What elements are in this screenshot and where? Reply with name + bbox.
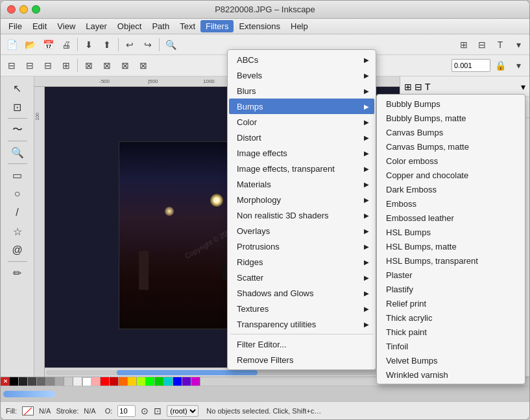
node-btn[interactable]: T xyxy=(492,37,509,52)
filter-menu-blurs[interactable]: Blurs ▶ xyxy=(229,83,374,99)
x-color-button[interactable]: ✕ xyxy=(1,377,10,386)
filter-menu-overlays[interactable]: Overlays ▶ xyxy=(229,223,374,239)
filter-menu-textures[interactable]: Textures ▶ xyxy=(229,301,374,316)
maximize-button[interactable] xyxy=(32,5,40,14)
filter-menu-scatter[interactable]: Scatter ▶ xyxy=(229,270,374,285)
pencil-tool[interactable]: ✏ xyxy=(8,264,27,282)
filter-menu-editor[interactable]: Filter Editor... xyxy=(229,336,374,352)
color-very-dark[interactable] xyxy=(19,377,28,386)
bumps-hsl-transparent[interactable]: HSL Bumps, transparent xyxy=(378,253,524,268)
bumps-plastify[interactable]: Plastify xyxy=(378,282,524,296)
bumps-embossed-leather[interactable]: Embossed leather xyxy=(378,211,524,225)
filter-menu-protrusions[interactable]: Protrusions ▶ xyxy=(229,239,374,254)
align-btn4[interactable]: ⊞ xyxy=(58,58,75,73)
align-btn1[interactable]: ⊟ xyxy=(3,58,20,73)
filter-menu-ridges[interactable]: Ridges ▶ xyxy=(229,254,374,270)
zoom-tool[interactable]: 🔍 xyxy=(8,143,27,161)
dist-btn1[interactable]: ⊠ xyxy=(80,58,97,73)
filter-menu-remove[interactable]: Remove Filters xyxy=(229,352,374,368)
hscroll-thumb[interactable] xyxy=(3,391,55,397)
bumps-plaster[interactable]: Plaster xyxy=(378,268,524,282)
bumps-canvas-matte[interactable]: Canvas Bumps, matte xyxy=(378,139,524,154)
calendar-icon[interactable]: 📅 xyxy=(40,37,56,52)
color-orange[interactable] xyxy=(119,377,128,386)
color-dark-red[interactable] xyxy=(110,377,119,386)
color-black[interactable] xyxy=(10,377,19,386)
bumps-hsl-matte[interactable]: HSL Bumps, matte xyxy=(378,239,524,253)
filter-menu-image-effects[interactable]: Image effects ▶ xyxy=(229,145,374,161)
color-cyan[interactable] xyxy=(164,377,173,386)
bumps-dark-emboss[interactable]: Dark Emboss xyxy=(378,182,524,196)
wave-tool[interactable]: 〜 xyxy=(8,121,27,139)
bumps-hsl[interactable]: HSL Bumps xyxy=(378,225,524,239)
filter-menu-materials[interactable]: Materials ▶ xyxy=(229,176,374,192)
bumps-thick-acrylic[interactable]: Thick acrylic xyxy=(378,310,524,325)
snap-btn1[interactable]: ⊞ xyxy=(455,37,472,52)
rect-tool[interactable]: ▭ xyxy=(8,166,27,184)
undo-button[interactable]: ↩ xyxy=(121,37,138,52)
spiral-tool[interactable]: @ xyxy=(8,241,27,259)
color-lighter[interactable] xyxy=(64,377,73,386)
lock-icon[interactable]: ⊡ xyxy=(154,406,162,416)
filter-menu-transparency[interactable]: Transparency utilities ▶ xyxy=(229,316,374,332)
dist-btn2[interactable]: ⊠ xyxy=(99,58,115,73)
scrollbar-thumb-h[interactable] xyxy=(117,370,258,375)
menu-path[interactable]: Path xyxy=(147,20,175,32)
menu-extensions[interactable]: Extensions xyxy=(234,20,285,32)
zoom-in[interactable]: 🔍 xyxy=(162,37,179,52)
close-button[interactable] xyxy=(7,5,16,14)
color-purple[interactable] xyxy=(182,377,191,386)
dist-btn3[interactable]: ⊠ xyxy=(117,58,134,73)
bumps-bubbly[interactable]: Bubbly Bumps xyxy=(378,97,524,111)
menu-file[interactable]: File xyxy=(3,20,27,32)
filter-menu-bevels[interactable]: Bevels ▶ xyxy=(229,67,374,83)
dist-btn4[interactable]: ⊠ xyxy=(135,58,152,73)
bumps-relief[interactable]: Relief print xyxy=(378,296,524,310)
color-white[interactable] xyxy=(82,377,91,386)
filter-menu-bumps[interactable]: Bumps ▶ xyxy=(229,99,374,114)
filter-menu-distort[interactable]: Distort ▶ xyxy=(229,130,374,145)
menu-object[interactable]: Object xyxy=(112,20,147,32)
color-mid[interactable] xyxy=(46,377,55,386)
color-red[interactable] xyxy=(101,377,110,386)
color-dark[interactable] xyxy=(28,377,37,386)
color-pink[interactable] xyxy=(91,377,101,386)
snap-btn2[interactable]: ⊟ xyxy=(474,37,490,52)
color-lightest[interactable] xyxy=(73,377,82,386)
scrollbar-track-h[interactable] xyxy=(46,370,398,375)
filter-menu-color[interactable]: Color ▶ xyxy=(229,114,374,130)
align-btn3[interactable]: ⊟ xyxy=(40,58,56,73)
dropdown-btn2[interactable]: ▾ xyxy=(510,58,527,73)
export-button[interactable]: ⬆ xyxy=(99,37,115,52)
fill-swatch[interactable] xyxy=(22,406,34,415)
color-blue[interactable] xyxy=(173,377,182,386)
node-tool[interactable]: ⊡ xyxy=(8,98,27,116)
color-dark-green[interactable] xyxy=(155,377,164,386)
color-yellow-green[interactable] xyxy=(137,377,146,386)
color-yellow[interactable] xyxy=(128,377,137,386)
print-button[interactable]: 🖨 xyxy=(58,37,75,52)
menu-help[interactable]: Help xyxy=(285,20,313,32)
color-magenta[interactable] xyxy=(191,377,200,386)
star-tool[interactable]: ☆ xyxy=(8,222,27,240)
align-btn2[interactable]: ⊟ xyxy=(21,58,38,73)
bumps-bubbly-matte[interactable]: Bubbly Bumps, matte xyxy=(378,111,524,125)
bumps-thick-paint[interactable]: Thick paint xyxy=(378,325,524,339)
select-tool[interactable]: ↖ xyxy=(8,79,27,97)
value-input[interactable] xyxy=(452,59,490,72)
menu-edit[interactable]: Edit xyxy=(27,20,52,32)
bumps-color-emboss[interactable]: Color emboss xyxy=(378,154,524,168)
filter-menu-morphology[interactable]: Morphology ▶ xyxy=(229,192,374,207)
minimize-button[interactable] xyxy=(19,5,28,14)
import-button[interactable]: ⬇ xyxy=(80,37,97,52)
dropdown-btn[interactable]: ▾ xyxy=(510,37,527,52)
opacity-input[interactable] xyxy=(117,405,136,417)
filter-menu-abcs[interactable]: ABCs ▶ xyxy=(229,52,374,67)
menu-layer[interactable]: Layer xyxy=(80,20,112,32)
menu-filters[interactable]: Filters xyxy=(200,20,234,32)
layer-select[interactable]: (root) xyxy=(167,405,199,417)
line-tool[interactable]: / xyxy=(8,204,27,222)
open-button[interactable]: 📂 xyxy=(21,37,38,52)
filter-menu-shadows[interactable]: Shadows and Glows ▶ xyxy=(229,285,374,301)
filter-menu-non-realistic[interactable]: Non realistic 3D shaders ▶ xyxy=(229,207,374,223)
